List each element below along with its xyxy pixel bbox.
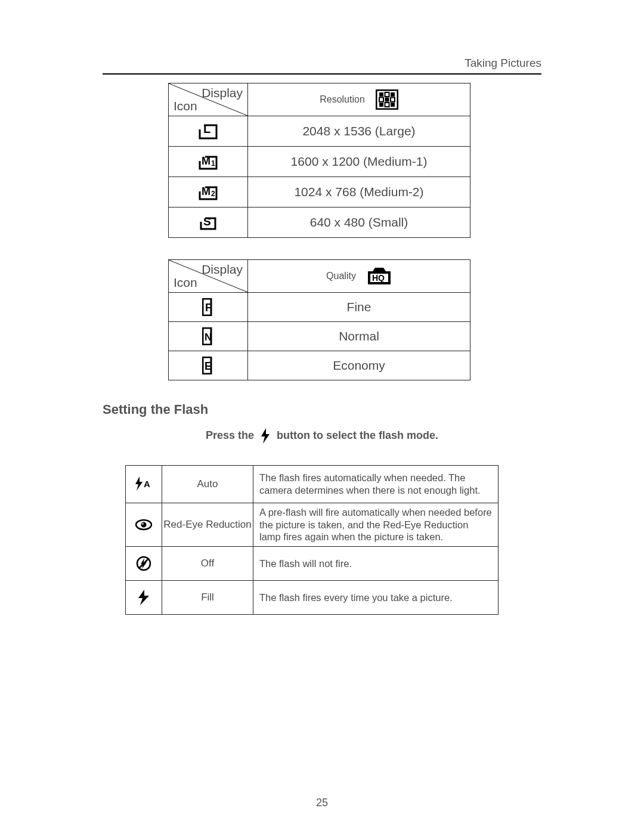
flash-auto-icon: A: [126, 466, 162, 503]
svg-text:M: M: [202, 155, 210, 167]
table-row: A Auto The flash fires automatically whe…: [126, 466, 499, 503]
resolution-value: 1600 x 1200 (Medium-1): [248, 147, 470, 177]
diag-top-label: Display: [202, 86, 243, 100]
svg-point-39: [142, 523, 144, 525]
table-row: F Fine: [169, 293, 470, 322]
flash-bolt-icon: [261, 428, 270, 444]
svg-text:2: 2: [211, 190, 215, 198]
size-small-icon: S: [169, 208, 248, 238]
svg-text:N: N: [205, 332, 212, 343]
header-rule: [103, 73, 541, 75]
svg-rect-3: [391, 92, 395, 97]
flash-mode: Fill: [162, 581, 253, 615]
svg-rect-7: [385, 92, 389, 97]
svg-rect-2: [379, 92, 383, 97]
flash-desc: The flash will not fire.: [253, 547, 499, 581]
flash-desc: A pre-flash will fire automatically when…: [253, 503, 499, 547]
quality-header: Quality HQ: [248, 260, 470, 293]
flash-heading: Setting the Flash: [103, 402, 541, 417]
resolution-grid-icon: [376, 89, 398, 110]
flash-table: A Auto The flash fires automatically whe…: [125, 465, 499, 615]
diag-header-cell: Display Icon: [169, 260, 248, 293]
flash-redeye-icon: [126, 503, 162, 547]
svg-marker-35: [135, 476, 143, 491]
flash-off-icon: [126, 547, 162, 581]
quality-normal-icon: N: [169, 322, 248, 351]
flash-instruction: Press the button to select the flash mod…: [103, 428, 541, 444]
manual-page: Taking Pictures Display Icon Resolution: [0, 0, 644, 833]
svg-text:A: A: [144, 479, 150, 489]
svg-marker-34: [261, 428, 270, 444]
table-row: N Normal: [169, 322, 470, 351]
quality-value: Economy: [248, 351, 470, 380]
svg-text:M: M: [202, 185, 210, 197]
svg-rect-10: [385, 103, 389, 107]
diag-top-label: Display: [202, 262, 243, 277]
flash-desc: The flash fires every time you take a pi…: [253, 581, 499, 615]
svg-text:HQ: HQ: [372, 273, 385, 283]
svg-text:1: 1: [211, 159, 215, 168]
svg-point-38: [141, 522, 147, 528]
table-row: E Economy: [169, 351, 470, 380]
diag-header-cell: Display Icon: [169, 83, 248, 116]
resolution-value: 640 x 480 (Small): [248, 208, 470, 238]
svg-text:F: F: [205, 302, 212, 314]
quality-header-label: Quality: [326, 271, 356, 281]
resolution-value: 2048 x 1536 (Large): [248, 116, 470, 147]
size-medium2-icon: M 2: [169, 177, 248, 208]
section-header: Taking Pictures: [103, 57, 541, 70]
table-row: Off The flash will not fire.: [126, 547, 499, 581]
instruction-before: Press the: [206, 429, 254, 441]
size-medium1-icon: M 1: [169, 147, 248, 177]
svg-rect-8: [379, 98, 383, 102]
resolution-header: Resolution: [248, 83, 470, 116]
quality-value: Fine: [248, 293, 470, 322]
flash-mode: Off: [162, 547, 253, 581]
quality-economy-icon: E: [169, 351, 248, 380]
resolution-table: Display Icon Resolution: [168, 83, 470, 238]
table-row: Fill The flash fires every time you take…: [126, 581, 499, 615]
table-row: L 2048 x 1536 (Large): [169, 116, 470, 147]
resolution-value: 1024 x 768 (Medium-2): [248, 177, 470, 208]
flash-mode: Red-Eye Reduction: [162, 503, 253, 547]
size-large-icon: L: [169, 116, 248, 147]
svg-rect-5: [379, 103, 383, 107]
table-row: M 1 1600 x 1200 (Medium-1): [169, 147, 470, 177]
svg-rect-4: [385, 98, 389, 102]
svg-marker-43: [138, 590, 149, 605]
svg-rect-6: [391, 103, 395, 107]
diag-bottom-label: Icon: [174, 275, 197, 290]
hq-camera-icon: HQ: [367, 267, 392, 286]
table-row: S 640 x 480 (Small): [169, 208, 470, 238]
svg-rect-9: [391, 98, 395, 102]
flash-fill-icon: [126, 581, 162, 615]
flash-desc: The flash fires automatically when neede…: [253, 466, 499, 503]
quality-value: Normal: [248, 322, 470, 351]
svg-text:L: L: [203, 122, 210, 135]
table-row: M 2 1024 x 768 (Medium-2): [169, 177, 470, 208]
svg-text:S: S: [203, 215, 211, 228]
quality-table: Display Icon Quality HQ F Fine: [168, 259, 470, 380]
instruction-after: button to select the flash mode.: [277, 429, 438, 441]
svg-text:E: E: [205, 360, 212, 372]
page-number: 25: [0, 797, 644, 809]
table-row: Red-Eye Reduction A pre-flash will fire …: [126, 503, 499, 547]
quality-fine-icon: F: [169, 293, 248, 322]
diag-bottom-label: Icon: [174, 99, 197, 113]
resolution-header-label: Resolution: [320, 94, 365, 105]
flash-mode: Auto: [162, 466, 253, 503]
